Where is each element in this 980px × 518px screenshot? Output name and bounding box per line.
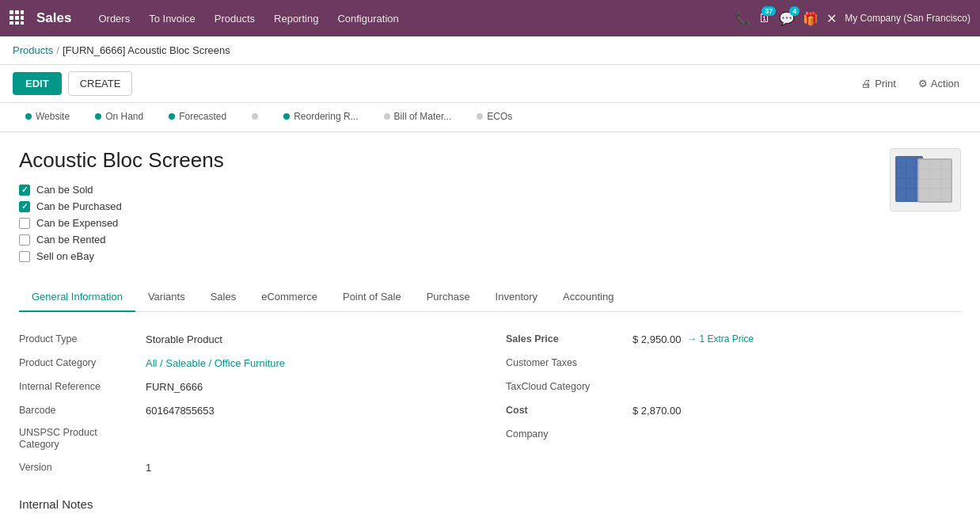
close-icon[interactable]: ✕ xyxy=(826,11,837,26)
checkbox-can-be-sold[interactable]: Can be Sold xyxy=(19,184,224,196)
checkbox-can-be-expensed[interactable]: Can be Expensed xyxy=(19,217,224,229)
sub-tabs-bar: Website On Hand Forecasted Reordering R.… xyxy=(0,103,980,132)
cb-can-be-sold-box xyxy=(19,185,30,196)
svg-rect-17 xyxy=(919,160,951,201)
svg-rect-6 xyxy=(9,21,13,25)
gear-icon: ⚙ xyxy=(918,78,928,90)
arrow-right-icon: → xyxy=(687,333,697,345)
label-sales-price: Sales Price xyxy=(506,333,632,345)
nav-right: 📞 🗓 37 💬 4 🎁 ✕ My Company (San Francisco… xyxy=(735,11,971,26)
field-sales-price: Sales Price $ 2,950.00 → 1 Extra Price xyxy=(506,328,961,350)
breadcrumb-separator: / xyxy=(56,44,59,56)
svg-rect-2 xyxy=(21,10,24,14)
sub-tab-blank[interactable] xyxy=(239,105,271,129)
product-title: Acoustic Bloc Screens xyxy=(19,148,224,173)
checkbox-sell-on-ebay[interactable]: Sell on eBay xyxy=(19,250,224,262)
form-right: Sales Price $ 2,950.00 → 1 Extra Price C… xyxy=(506,328,961,478)
value-product-category[interactable]: All / Saleable / Office Furniture xyxy=(146,357,474,369)
cb-sell-on-ebay-box xyxy=(19,251,30,262)
label-version: Version xyxy=(19,462,146,473)
edit-button[interactable]: EDIT xyxy=(13,72,62,95)
field-barcode: Barcode 601647855653 xyxy=(19,399,474,421)
top-nav: Sales Orders To Invoice Products Reporti… xyxy=(0,0,980,36)
tab-accounting[interactable]: Accounting xyxy=(550,283,626,312)
cb-can-be-rented-label: Can be Rented xyxy=(36,234,105,246)
brand-name: Sales xyxy=(36,10,71,26)
checkboxes-group: Can be Sold Can be Purchased Can be Expe… xyxy=(19,184,224,262)
action-button[interactable]: ⚙ Action xyxy=(910,72,967,95)
nav-products[interactable]: Products xyxy=(207,8,263,29)
sub-tab-website[interactable]: Website xyxy=(13,103,82,131)
product-header: Acoustic Bloc Screens Can be Sold Can be… xyxy=(19,148,961,267)
internal-notes-title: Internal Notes xyxy=(19,497,961,511)
tab-purchase[interactable]: Purchase xyxy=(414,283,483,312)
extra-price-link[interactable]: → 1 Extra Price xyxy=(687,333,754,345)
reordering-dot xyxy=(283,113,290,120)
sub-tab-ecos[interactable]: ECOs xyxy=(464,103,525,131)
cb-can-be-expensed-box xyxy=(19,218,30,229)
sub-tab-website-label: Website xyxy=(36,111,70,122)
extra-price-label: 1 Extra Price xyxy=(699,333,754,345)
nav-to-invoice[interactable]: To Invoice xyxy=(141,8,203,29)
main-content: Acoustic Bloc Screens Can be Sold Can be… xyxy=(0,132,980,518)
product-image[interactable] xyxy=(890,148,961,211)
cb-sell-on-ebay-label: Sell on eBay xyxy=(36,250,94,262)
form-body: Product Type Storable Product Product Ca… xyxy=(19,328,961,478)
sub-tab-ecos-label: ECOs xyxy=(487,111,512,122)
svg-rect-4 xyxy=(15,16,19,20)
value-version: 1 xyxy=(146,462,474,474)
checkbox-can-be-rented[interactable]: Can be Rented xyxy=(19,234,224,246)
chat-icon[interactable]: 💬 4 xyxy=(779,11,795,26)
cb-can-be-rented-box xyxy=(19,234,30,246)
tab-sales[interactable]: Sales xyxy=(198,283,249,312)
gift-icon[interactable]: 🎁 xyxy=(803,11,819,26)
cb-can-be-expensed-label: Can be Expensed xyxy=(36,217,118,229)
cb-can-be-purchased-label: Can be Purchased xyxy=(36,200,122,212)
form-left: Product Type Storable Product Product Ca… xyxy=(19,328,474,478)
tab-ecommerce[interactable]: eCommerce xyxy=(249,283,330,312)
nav-reporting[interactable]: Reporting xyxy=(266,8,326,29)
breadcrumb: Products / [FURN_6666] Acoustic Bloc Scr… xyxy=(0,36,980,65)
cb-can-be-purchased-box xyxy=(19,201,30,212)
sub-tab-reordering[interactable]: Reordering R... xyxy=(271,103,370,131)
label-barcode: Barcode xyxy=(19,405,146,416)
svg-rect-8 xyxy=(21,21,24,25)
product-info-left: Acoustic Bloc Screens Can be Sold Can be… xyxy=(19,148,224,267)
sub-tab-on-hand[interactable]: On Hand xyxy=(82,103,156,131)
print-button[interactable]: 🖨 Print xyxy=(853,72,904,95)
calendar-badge: 37 xyxy=(762,6,776,16)
phone-icon[interactable]: 📞 xyxy=(735,11,750,26)
create-button[interactable]: CREATE xyxy=(68,71,133,96)
field-version: Version 1 xyxy=(19,456,474,478)
checkbox-can-be-purchased[interactable]: Can be Purchased xyxy=(19,200,224,212)
sales-price-amount: $ 2,950.00 xyxy=(632,333,681,345)
field-company: Company xyxy=(506,423,961,445)
nav-configuration[interactable]: Configuration xyxy=(329,8,406,29)
cb-can-be-sold-label: Can be Sold xyxy=(36,184,93,196)
sub-tab-forecasted[interactable]: Forecasted xyxy=(156,103,239,131)
tab-inventory[interactable]: Inventory xyxy=(483,283,550,312)
sub-tab-on-hand-label: On Hand xyxy=(105,111,143,122)
field-customer-taxes: Customer Taxes xyxy=(506,352,961,374)
calendar-icon[interactable]: 🗓 37 xyxy=(758,11,771,25)
breadcrumb-current: [FURN_6666] Acoustic Bloc Screens xyxy=(63,44,230,56)
breadcrumb-parent[interactable]: Products xyxy=(13,44,53,56)
field-unspsc: UNSPSC ProductCategory xyxy=(19,423,474,455)
tab-variants[interactable]: Variants xyxy=(135,283,198,312)
form-tabs: General Information Variants Sales eComm… xyxy=(19,283,961,312)
app-grid-icon[interactable] xyxy=(9,10,24,27)
field-internal-reference: Internal Reference FURN_6666 xyxy=(19,375,474,398)
nav-orders[interactable]: Orders xyxy=(90,8,138,29)
website-dot xyxy=(25,113,32,120)
svg-rect-5 xyxy=(21,16,24,20)
field-taxcloud-category: TaxCloud Category xyxy=(506,375,961,398)
sub-tab-bom[interactable]: Bill of Mater... xyxy=(371,103,465,131)
tab-general-information[interactable]: General Information xyxy=(19,283,135,312)
value-barcode: 601647855653 xyxy=(146,405,474,417)
svg-rect-0 xyxy=(9,10,13,14)
sub-tab-forecasted-label: Forecasted xyxy=(179,111,226,122)
label-product-category: Product Category xyxy=(19,357,146,368)
tab-point-of-sale[interactable]: Point of Sale xyxy=(330,283,414,312)
company-name: My Company (San Francisco) xyxy=(845,13,971,24)
svg-rect-3 xyxy=(9,16,13,20)
